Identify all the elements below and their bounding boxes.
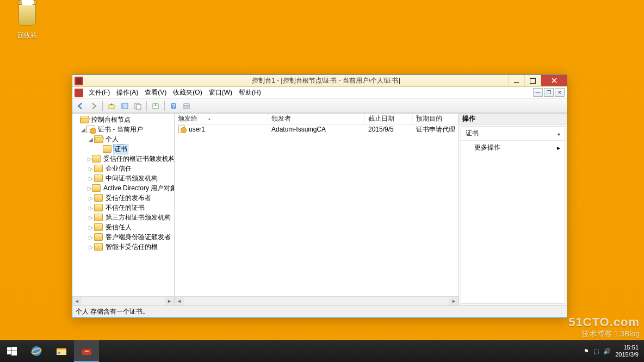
taskbar-item-explorer[interactable] bbox=[49, 340, 74, 362]
back-button[interactable] bbox=[75, 100, 86, 112]
tree-node-folder[interactable]: ▷客户端身份验证颁发者 bbox=[72, 232, 174, 242]
expand-icon[interactable]: ▷ bbox=[88, 176, 94, 182]
help-button[interactable]: ? bbox=[168, 100, 179, 112]
submenu-arrow-icon: ▸ bbox=[557, 144, 560, 152]
list-body[interactable]: user1Adatum-IssuingCA2015/9/5证书申请代理 bbox=[175, 124, 459, 296]
menu-file[interactable]: 文件(F) bbox=[85, 87, 113, 98]
menu-window[interactable]: 窗口(W) bbox=[206, 87, 236, 98]
tree-node-folder[interactable]: ▷不信任的证书 bbox=[72, 203, 174, 213]
up-button[interactable] bbox=[106, 100, 117, 112]
tree-node-certificates[interactable]: 证书 bbox=[72, 144, 174, 154]
column-header-issued-by[interactable]: 颁发者 bbox=[268, 114, 365, 124]
show-hide-tree-button[interactable] bbox=[119, 100, 131, 112]
expand-icon[interactable]: ▷ bbox=[88, 215, 94, 221]
action-group-label: 证书 bbox=[466, 129, 479, 138]
action-more-actions[interactable]: 更多操作 ▸ bbox=[461, 141, 565, 154]
menu-favorites[interactable]: 收藏夹(O) bbox=[170, 87, 205, 98]
scroll-left-arrow[interactable]: ◄ bbox=[72, 297, 82, 305]
tree-node-folder[interactable]: ▷受信任的发布者 bbox=[72, 193, 174, 203]
maximize-button[interactable] bbox=[524, 75, 541, 86]
expand-icon[interactable]: ▷ bbox=[88, 185, 92, 191]
scroll-left-arrow[interactable]: ◄ bbox=[175, 297, 184, 305]
tree-node-cert-user[interactable]: ◢ 证书 - 当前用户 bbox=[72, 124, 174, 134]
svg-rect-10 bbox=[184, 107, 189, 108]
scroll-track[interactable] bbox=[82, 297, 165, 305]
tree-label: 客户端身份验证颁发者 bbox=[104, 233, 172, 242]
menu-view[interactable]: 查看(V) bbox=[141, 87, 170, 98]
close-button[interactable] bbox=[541, 75, 567, 86]
watermark-site: 51CTO.com bbox=[568, 315, 640, 329]
window-title: 控制台1 - [控制台根节点\证书 - 当前用户\个人\证书] bbox=[85, 76, 567, 85]
expand-icon[interactable]: ▷ bbox=[88, 234, 94, 240]
mdi-close-button[interactable]: ✕ bbox=[555, 88, 565, 97]
column-header-purpose[interactable]: 预期目的 bbox=[413, 114, 459, 124]
svg-text:?: ? bbox=[172, 103, 175, 109]
titlebar[interactable]: 控制台1 - [控制台根节点\证书 - 当前用户\个人\证书] bbox=[72, 75, 567, 87]
system-tray[interactable]: ⚑ ⬚ 🔊 15:51 2015/3/9 bbox=[578, 344, 644, 358]
tray-clock[interactable]: 15:51 2015/3/9 bbox=[615, 344, 639, 358]
menu-action[interactable]: 操作(A) bbox=[113, 87, 141, 98]
tray-flag-icon[interactable]: ⚑ bbox=[584, 348, 589, 355]
tree-node-folder[interactable]: ▷受信任人 bbox=[72, 222, 174, 232]
tree-label: 中间证书颁发机构 bbox=[104, 174, 159, 183]
expand-icon[interactable]: ▷ bbox=[88, 195, 94, 201]
tree[interactable]: 控制台根节点 ◢ 证书 - 当前用户 ◢ 个人 证书 ▷受信任的根证书 bbox=[72, 114, 174, 296]
list-pane: 颁发给▴ 颁发者 截止日期 预期目的 user1Adatum-IssuingCA… bbox=[175, 114, 459, 305]
scroll-track[interactable] bbox=[184, 297, 449, 305]
refresh-button[interactable] bbox=[181, 100, 193, 112]
list-row[interactable]: user1Adatum-IssuingCA2015/9/5证书申请代理 bbox=[175, 124, 459, 134]
scroll-right-arrow[interactable]: ► bbox=[449, 297, 459, 305]
scroll-right-arrow[interactable]: ► bbox=[165, 297, 174, 305]
folder-icon bbox=[94, 233, 103, 241]
tree-node-folder[interactable]: ▷企业信任 bbox=[72, 164, 174, 173]
app-icon bbox=[75, 77, 83, 85]
expand-icon[interactable]: ▷ bbox=[88, 244, 94, 250]
svg-rect-0 bbox=[109, 105, 114, 109]
collapse-icon[interactable]: ◢ bbox=[88, 136, 94, 142]
expand-icon[interactable]: ▷ bbox=[88, 224, 94, 230]
column-header-expiry[interactable]: 截止日期 bbox=[365, 114, 413, 124]
folder-icon bbox=[94, 135, 103, 143]
taskbar-item-ie[interactable] bbox=[24, 340, 49, 362]
tree-label: 受信任人 bbox=[104, 223, 133, 232]
cell-issued-by: Adatum-IssuingCA bbox=[268, 126, 365, 133]
export-button[interactable] bbox=[150, 100, 162, 112]
tray-volume-icon[interactable]: 🔊 bbox=[603, 348, 611, 355]
taskbar: ⚑ ⬚ 🔊 15:51 2015/3/9 bbox=[0, 340, 644, 362]
tree-node-folder[interactable]: ▷第三方根证书颁发机构 bbox=[72, 213, 174, 222]
list-horizontal-scrollbar[interactable]: ◄ ► bbox=[175, 296, 459, 305]
column-header-issued-to[interactable]: 颁发给▴ bbox=[175, 114, 268, 124]
tree-node-folder[interactable]: ▷中间证书颁发机构 bbox=[72, 173, 174, 183]
desktop-icon-recycle-bin[interactable]: 回收站 bbox=[8, 3, 46, 40]
tree-node-folder[interactable]: ▷Active Directory 用户对象 bbox=[72, 183, 174, 193]
tree-horizontal-scrollbar[interactable]: ◄ ► bbox=[72, 296, 174, 305]
tree-node-folder[interactable]: ▷受信任的根证书颁发机构 bbox=[72, 154, 174, 164]
expand-icon[interactable]: ▷ bbox=[88, 156, 92, 162]
list-header: 颁发给▴ 颁发者 截止日期 预期目的 bbox=[175, 114, 459, 124]
tray-time: 15:51 bbox=[615, 344, 639, 351]
column-label: 颁发给 bbox=[178, 114, 197, 123]
statusbar-separator bbox=[561, 308, 561, 316]
expand-icon[interactable]: ▷ bbox=[88, 166, 94, 172]
tree-node-personal[interactable]: ◢ 个人 bbox=[72, 134, 174, 144]
mdi-minimize-button[interactable]: — bbox=[533, 88, 543, 97]
expand-icon[interactable]: ▷ bbox=[88, 205, 94, 211]
action-group-certificates[interactable]: 证书 ▴ bbox=[461, 127, 565, 141]
start-button[interactable] bbox=[0, 340, 24, 362]
certificate-icon bbox=[178, 126, 187, 133]
collapse-icon[interactable]: ◢ bbox=[80, 127, 86, 133]
folder-icon bbox=[92, 155, 101, 163]
svg-rect-11 bbox=[7, 347, 11, 351]
forward-button[interactable] bbox=[88, 100, 100, 112]
tray-network-icon[interactable]: ⬚ bbox=[593, 348, 599, 355]
tree-node-folder[interactable]: ▷智能卡受信任的根 bbox=[72, 242, 174, 252]
taskbar-item-mmc[interactable] bbox=[74, 340, 99, 362]
minimize-button[interactable] bbox=[508, 75, 524, 86]
watermark: 51CTO.com 技术博客 1.3Blog bbox=[568, 315, 640, 339]
copy-button[interactable] bbox=[132, 100, 144, 112]
menu-help[interactable]: 帮助(H) bbox=[236, 87, 264, 98]
tree-node-console-root[interactable]: 控制台根节点 bbox=[72, 115, 174, 124]
actions-pane: 操作 证书 ▴ 更多操作 ▸ bbox=[459, 114, 567, 305]
tree-label: 智能卡受信任的根 bbox=[104, 242, 159, 252]
mdi-restore-button[interactable]: ❐ bbox=[544, 88, 554, 97]
